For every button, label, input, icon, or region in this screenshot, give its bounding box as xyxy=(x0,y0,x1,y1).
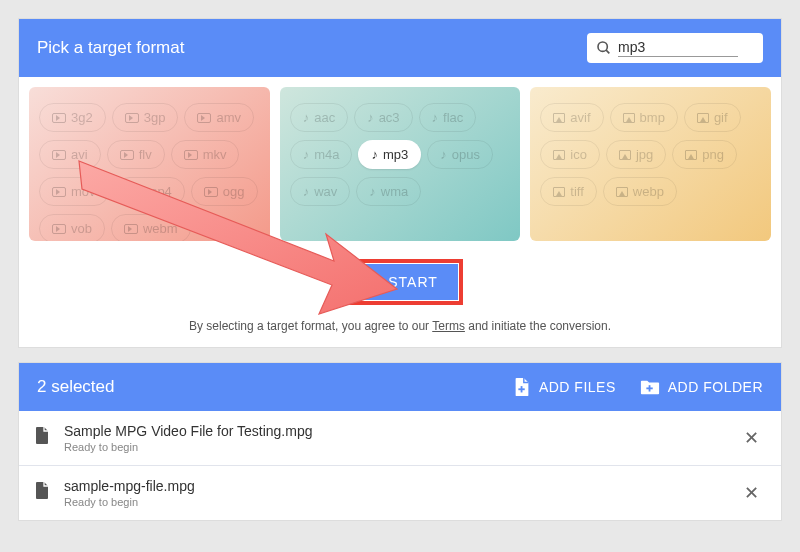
format-chip-mkv[interactable]: mkv xyxy=(171,140,240,169)
file-info: Sample MPG Video File for Testing.mpgRea… xyxy=(64,423,738,453)
format-chip-3gp[interactable]: 3gp xyxy=(112,103,179,132)
card-image: avifbmpgificojpgpngtiffwebp xyxy=(530,87,771,241)
consent-prefix: By selecting a target format, you agree … xyxy=(189,319,432,333)
file-list: Sample MPG Video File for Testing.mpgRea… xyxy=(19,411,781,520)
format-chip-flv[interactable]: flv xyxy=(107,140,165,169)
chip-label: gif xyxy=(714,110,728,125)
file-status: Ready to begin xyxy=(64,441,738,453)
format-chip-mp3[interactable]: ♪mp3 xyxy=(358,140,421,169)
format-chip-jpg[interactable]: jpg xyxy=(606,140,666,169)
chip-label: 3gp xyxy=(144,110,166,125)
chip-label: flv xyxy=(139,147,152,162)
format-chip-vob[interactable]: vob xyxy=(39,214,105,241)
chip-label: ogg xyxy=(223,184,245,199)
chip-label: bmp xyxy=(640,110,665,125)
start-button-label: START xyxy=(388,274,438,290)
chip-label: opus xyxy=(452,147,480,162)
chip-label: png xyxy=(702,147,724,162)
chip-label: mov xyxy=(71,184,96,199)
format-chip-ico[interactable]: ico xyxy=(540,140,600,169)
chip-label: avif xyxy=(570,110,590,125)
format-chip-png[interactable]: png xyxy=(672,140,737,169)
arrow-right-icon xyxy=(362,274,378,290)
chip-label: tiff xyxy=(570,184,584,199)
format-panel-header: Pick a target format xyxy=(19,19,781,77)
format-chip-avif[interactable]: avif xyxy=(540,103,603,132)
chip-label: webm xyxy=(143,221,178,236)
terms-link[interactable]: Terms xyxy=(432,319,465,333)
file-name: sample-mpg-file.mpg xyxy=(64,478,738,494)
svg-rect-5 xyxy=(518,388,524,390)
format-chip-amv[interactable]: amv xyxy=(184,103,254,132)
format-chip-ogg[interactable]: ogg xyxy=(191,177,258,206)
file-row: Sample MPG Video File for Testing.mpgRea… xyxy=(19,411,781,465)
file-info: sample-mpg-file.mpgReady to begin xyxy=(64,478,738,508)
format-chip-flac[interactable]: ♪flac xyxy=(419,103,477,132)
chip-label: mp3 xyxy=(383,147,408,162)
file-icon xyxy=(35,482,50,504)
chip-label: aac xyxy=(314,110,335,125)
card-video: 3g23gpamvaviflvmkvmovmp4oggvobwebm xyxy=(29,87,270,241)
format-panel: Pick a target format 3g23gpamvaviflvmkvm… xyxy=(18,18,782,348)
chip-label: mp4 xyxy=(147,184,172,199)
search-box[interactable] xyxy=(587,33,763,63)
files-panel: 2 selected ADD FILES ADD FOLDER Sample M… xyxy=(18,362,782,521)
search-input[interactable] xyxy=(618,39,738,57)
svg-line-1 xyxy=(606,50,609,53)
svg-point-0 xyxy=(598,42,607,51)
format-chip-wav[interactable]: ♪wav xyxy=(290,177,351,206)
format-chip-ac3[interactable]: ♪ac3 xyxy=(354,103,412,132)
format-chip-mp4[interactable]: mp4 xyxy=(115,177,185,206)
chip-label: mkv xyxy=(203,147,227,162)
start-button-highlight: START xyxy=(337,259,463,305)
format-chip-bmp[interactable]: bmp xyxy=(610,103,678,132)
start-button[interactable]: START xyxy=(342,264,458,300)
file-status: Ready to begin xyxy=(64,496,738,508)
remove-file-button[interactable]: ✕ xyxy=(738,427,765,449)
search-icon xyxy=(596,40,612,56)
add-files-button[interactable]: ADD FILES xyxy=(513,377,616,397)
chip-label: ico xyxy=(570,147,587,162)
format-chip-webp[interactable]: webp xyxy=(603,177,677,206)
remove-file-button[interactable]: ✕ xyxy=(738,482,765,504)
files-header: 2 selected ADD FILES ADD FOLDER xyxy=(19,363,781,411)
add-folder-button[interactable]: ADD FOLDER xyxy=(640,377,763,397)
file-name: Sample MPG Video File for Testing.mpg xyxy=(64,423,738,439)
chip-label: ac3 xyxy=(379,110,400,125)
format-chip-gif[interactable]: gif xyxy=(684,103,741,132)
file-plus-icon xyxy=(513,377,531,397)
consent-text: By selecting a target format, you agree … xyxy=(19,311,781,347)
file-row: sample-mpg-file.mpgReady to begin✕ xyxy=(19,465,781,520)
format-chip-tiff[interactable]: tiff xyxy=(540,177,597,206)
format-chip-webm[interactable]: webm xyxy=(111,214,191,241)
chip-label: vob xyxy=(71,221,92,236)
format-chip-wma[interactable]: ♪wma xyxy=(356,177,421,206)
panel-title: Pick a target format xyxy=(37,38,184,58)
chip-label: wav xyxy=(314,184,337,199)
start-row: START xyxy=(19,241,781,311)
add-files-label: ADD FILES xyxy=(539,379,616,395)
chip-label: 3g2 xyxy=(71,110,93,125)
format-chip-aac[interactable]: ♪aac xyxy=(290,103,348,132)
chip-label: webp xyxy=(633,184,664,199)
selected-count: 2 selected xyxy=(37,377,115,397)
format-cards: 3g23gpamvaviflvmkvmovmp4oggvobwebm ♪aac♪… xyxy=(19,77,781,241)
chip-label: avi xyxy=(71,147,88,162)
chip-label: jpg xyxy=(636,147,653,162)
chip-label: amv xyxy=(216,110,241,125)
files-actions: ADD FILES ADD FOLDER xyxy=(513,377,763,397)
folder-plus-icon xyxy=(640,378,660,396)
chip-label: m4a xyxy=(314,147,339,162)
format-chip-mov[interactable]: mov xyxy=(39,177,109,206)
consent-suffix: and initiate the conversion. xyxy=(465,319,611,333)
svg-rect-7 xyxy=(646,387,652,389)
file-icon xyxy=(35,427,50,449)
format-chip-avi[interactable]: avi xyxy=(39,140,101,169)
format-chip-3g2[interactable]: 3g2 xyxy=(39,103,106,132)
chip-label: flac xyxy=(443,110,463,125)
card-audio: ♪aac♪ac3♪flac♪m4a♪mp3♪opus♪wav♪wma xyxy=(280,87,521,241)
chip-label: wma xyxy=(381,184,408,199)
format-chip-m4a[interactable]: ♪m4a xyxy=(290,140,353,169)
format-chip-opus[interactable]: ♪opus xyxy=(427,140,493,169)
add-folder-label: ADD FOLDER xyxy=(668,379,763,395)
